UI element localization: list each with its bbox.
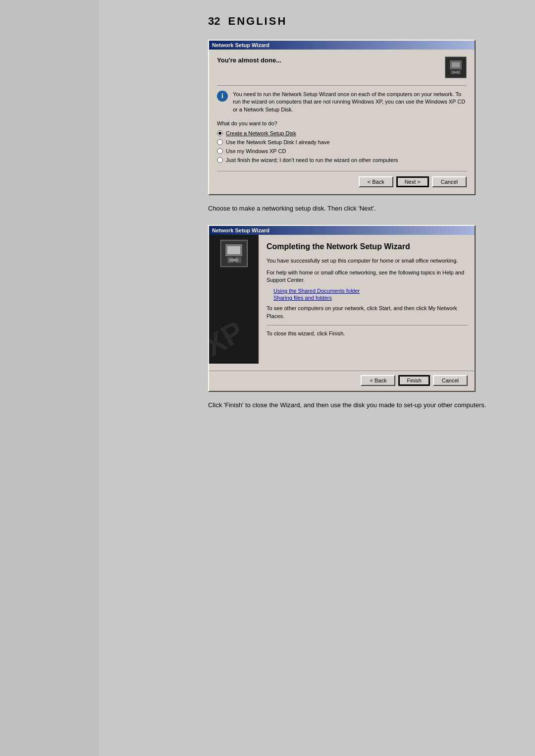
- info-icon: i: [217, 91, 228, 102]
- page-header: 32 ENGLISH: [208, 15, 515, 28]
- dialog2-para3: To see other computers on your network, …: [267, 305, 468, 320]
- caption1: Choose to make a networking setup disk. …: [208, 204, 515, 213]
- radio-circle-4[interactable]: [217, 157, 223, 163]
- radio-circle-3[interactable]: [217, 148, 223, 154]
- dialog2-para1: You have successfully set up this comput…: [267, 257, 468, 265]
- finish-button[interactable]: Finish: [398, 375, 429, 386]
- dialog1-heading: You're almost done...: [217, 56, 281, 64]
- dialog1-buttons: < Back Next > Cancel: [217, 171, 467, 187]
- dialog2-title-text: Network Setup Wizard: [212, 227, 269, 233]
- radio-label-1: Create a Network Setup Disk: [226, 130, 296, 136]
- link-shared-docs[interactable]: Using the Shared Documents folder: [273, 288, 468, 294]
- radio-option-1[interactable]: Create a Network Setup Disk: [217, 130, 467, 136]
- link-sharing-files[interactable]: Sharing files and folders: [273, 295, 468, 301]
- dialog1-window: Network Setup Wizard You're almost done.…: [208, 40, 476, 195]
- dialog2-links-list: Using the Shared Documents folder Sharin…: [267, 288, 468, 301]
- dialog2-para2: For help with home or small office netwo…: [267, 269, 468, 284]
- finish-text: To close this wizard, click Finish.: [267, 325, 468, 336]
- question-text: What do you want to do?: [217, 120, 467, 126]
- back-button-1[interactable]: < Back: [359, 176, 393, 187]
- page-title: ENGLISH: [228, 15, 287, 28]
- radio-label-2: Use the Network Setup Disk I already hav…: [226, 139, 330, 145]
- svg-rect-11: [229, 259, 238, 262]
- cancel-button-2[interactable]: Cancel: [433, 375, 468, 386]
- dialog2-window: Network Setup Wizard: [208, 225, 476, 392]
- page-number: 32: [208, 15, 220, 28]
- radio-option-2[interactable]: Use the Network Setup Disk I already hav…: [217, 139, 467, 145]
- info-box: i You need to run the Network Setup Wiza…: [217, 91, 467, 113]
- radio-label-3: Use my Windows XP CD: [226, 148, 286, 154]
- dialog2-buttons: < Back Finish Cancel: [209, 371, 475, 391]
- cancel-button-1[interactable]: Cancel: [432, 176, 467, 187]
- next-button[interactable]: Next >: [396, 176, 429, 187]
- dialog1-title-text: Network Setup Wizard: [212, 42, 269, 48]
- dialog2-titlebar: Network Setup Wizard: [209, 226, 475, 235]
- radio-circle-2[interactable]: [217, 139, 223, 145]
- dialog2-icon-panel: XP: [209, 235, 259, 364]
- wizard-icon: [445, 56, 467, 78]
- caption2: Click 'Finish' to close the Wizard, and …: [208, 401, 515, 410]
- dialog2-heading: Completing the Network Setup Wizard: [267, 242, 468, 252]
- svg-rect-5: [453, 71, 459, 73]
- radio-option-4[interactable]: Just finish the wizard; I don't need to …: [217, 157, 467, 163]
- radio-circle-1[interactable]: [217, 130, 223, 136]
- watermark: XP: [209, 316, 249, 362]
- svg-rect-2: [452, 62, 460, 67]
- svg-rect-8: [227, 246, 240, 254]
- radio-option-3[interactable]: Use my Windows XP CD: [217, 148, 467, 154]
- radio-label-4: Just finish the wizard; I don't need to …: [226, 157, 398, 163]
- back-button-2[interactable]: < Back: [361, 375, 395, 386]
- info-paragraph: You need to run the Network Setup Wizard…: [233, 91, 467, 113]
- dialog1-titlebar: Network Setup Wizard: [209, 41, 475, 50]
- dialog2-wizard-icon: [220, 240, 248, 267]
